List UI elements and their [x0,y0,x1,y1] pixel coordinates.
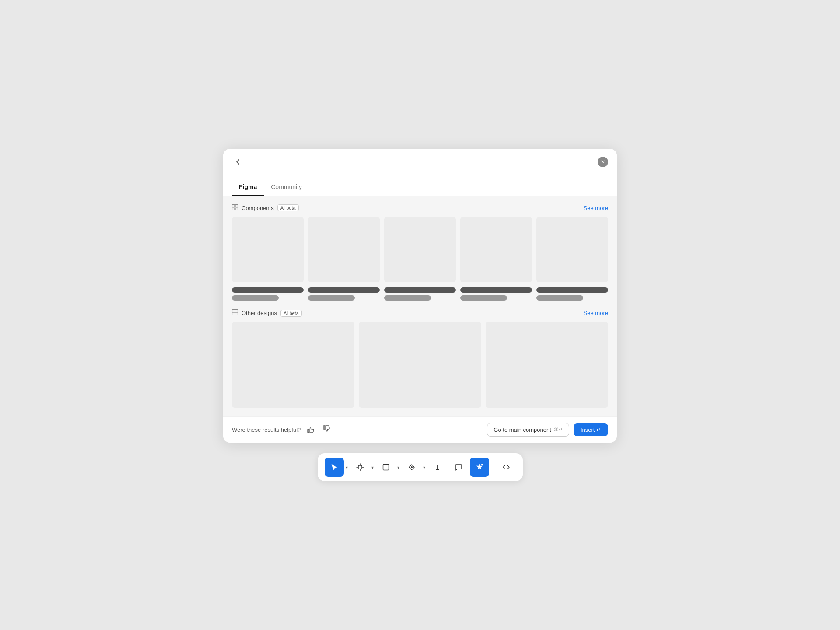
svg-rect-2 [232,208,235,210]
skeleton-bar [384,287,456,293]
other-designs-title: Other designs [242,310,277,316]
pen-tool-dropdown[interactable]: ▾ [422,464,426,471]
shape-tool-group: ▾ [376,458,400,477]
components-title-group: Components AI beta [232,204,299,212]
select-tool-button[interactable] [325,458,344,477]
go-to-main-component-button[interactable]: Go to main component ⌘↵ [487,423,569,437]
shape-tool-button[interactable] [376,458,396,477]
insert-button[interactable]: Insert ↵ [574,424,608,436]
go-main-label: Go to main component [494,427,551,433]
skeleton-col-1 [232,287,304,301]
clear-button[interactable]: ✕ [598,157,608,167]
frame-tool-dropdown[interactable]: ▾ [371,464,374,471]
skeleton-col-3 [384,287,456,301]
components-section-header: Components AI beta See more [232,204,608,212]
pen-tool-button[interactable] [402,458,421,477]
page-wrapper: checkout flow ✕ Figma Community [223,149,617,481]
tab-figma[interactable]: Figma [232,181,264,196]
text-tool-button[interactable] [428,458,447,477]
components-ai-badge: AI beta [277,204,299,211]
bottom-toolbar: ▾ ▾ ▾ [318,453,523,481]
skeleton-bar-short [536,295,583,301]
content-area: Components AI beta See more [223,196,617,416]
helpful-group: Were these results helpful? [232,424,332,436]
shape-tool-dropdown[interactable]: ▾ [396,464,400,471]
go-main-shortcut: ⌘↵ [554,427,563,433]
svg-rect-0 [232,204,235,207]
component-card-5[interactable] [536,217,608,282]
other-designs-grid [232,322,608,408]
other-designs-icon [232,309,238,317]
component-card-1[interactable] [232,217,304,282]
other-designs-ai-badge: AI beta [280,310,302,317]
design-card-3[interactable] [486,322,608,408]
skeleton-col-2 [308,287,380,301]
component-card-3[interactable] [384,217,456,282]
select-tool-group: ▾ [325,458,349,477]
select-tool-dropdown[interactable]: ▾ [345,464,349,471]
ai-tool-button[interactable] [470,458,489,477]
helpful-label: Were these results helpful? [232,427,301,433]
component-card-2[interactable] [308,217,380,282]
thumbs-down-button[interactable] [321,424,332,436]
design-card-2[interactable] [359,322,481,408]
pen-tool-group: ▾ [402,458,426,477]
skeleton-bar [308,287,380,293]
tab-community[interactable]: Community [264,181,309,196]
skeleton-col-4 [460,287,532,301]
search-bar: checkout flow ✕ [223,149,617,175]
components-grid [232,217,608,282]
comment-tool-button[interactable] [449,458,468,477]
back-button[interactable] [232,156,244,168]
panel-footer: Were these results helpful? Go to main c… [223,416,617,443]
other-designs-title-group: Other designs AI beta [232,309,302,317]
svg-rect-12 [383,465,388,470]
skeleton-rows [232,287,608,301]
svg-point-13 [411,466,413,468]
svg-rect-7 [358,466,362,469]
other-designs-see-more-button[interactable]: See more [584,310,608,316]
component-card-4[interactable] [460,217,532,282]
skeleton-col-5 [536,287,608,301]
components-icon [232,204,238,212]
skeleton-bar [536,287,608,293]
skeleton-bar-short [384,295,431,301]
frame-tool-button[interactable] [350,458,370,477]
svg-point-14 [481,464,483,466]
search-panel: checkout flow ✕ Figma Community [223,149,617,443]
thumbs-up-button[interactable] [305,424,316,436]
components-title: Components [242,205,274,211]
svg-rect-1 [235,204,238,207]
code-tool-button[interactable] [497,458,516,477]
frame-tool-group: ▾ [350,458,374,477]
components-see-more-button[interactable]: See more [584,205,608,211]
skeleton-bar [460,287,532,293]
search-input[interactable]: checkout flow [249,158,592,165]
other-designs-section-header: Other designs AI beta See more [232,309,608,317]
skeleton-bar-short [232,295,279,301]
skeleton-bar-short [460,295,507,301]
skeleton-bar-short [308,295,355,301]
design-card-1[interactable] [232,322,354,408]
footer-actions: Go to main component ⌘↵ Insert ↵ [487,423,608,437]
tab-row: Figma Community [223,175,617,196]
close-icon: ✕ [601,159,605,165]
toolbar-separator [493,462,493,472]
svg-rect-3 [235,208,238,210]
skeleton-bar [232,287,304,293]
